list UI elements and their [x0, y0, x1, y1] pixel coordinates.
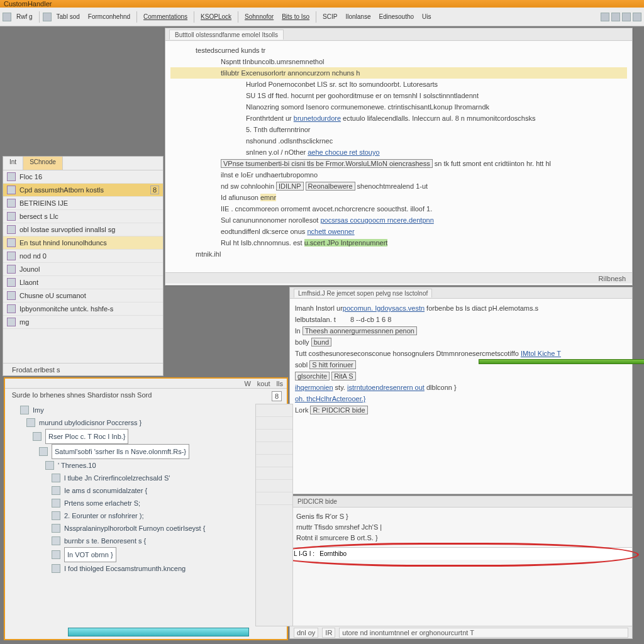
- console-tab-0[interactable]: PIDCICR bide: [294, 497, 341, 506]
- console-input[interactable]: [290, 548, 632, 560]
- explorer-item-label: obl lostae survoptied innallsl sg: [19, 226, 115, 233]
- file-icon: [7, 278, 16, 287]
- secondary-editor-line: lelbutstalan. t 8 --d-cb 1 6 8: [295, 314, 627, 325]
- app-icon: [3, 13, 11, 21]
- status-cell-2: utore nd inontumtnnel er orghonourcurtnt…: [339, 628, 628, 638]
- secondary-tab-0[interactable]: Lmfhsid.J Re jemcet sopen pelvg nse Isct…: [294, 289, 432, 297]
- toolbar-item-8[interactable]: Ilonlanse: [342, 11, 374, 22]
- title-item-1[interactable]: kout: [257, 380, 270, 387]
- file-icon: [7, 199, 16, 208]
- file-icon: [7, 252, 16, 260]
- console-line: Rotnt il smurcere B ort.S. }: [296, 533, 626, 543]
- editor-line: testedscurned kunds tr: [170, 45, 627, 56]
- debug-icon[interactable]: [611, 13, 620, 21]
- debug-row[interactable]: Imy: [14, 404, 278, 416]
- editor-line: nd sw cohnloohin IDILNP Reonalbewere she…: [170, 180, 627, 192]
- secondary-editor-line: Tutt costhesunoreseconsconue honsognuler…: [295, 348, 627, 359]
- debug-row[interactable]: 2. Eorunter or nsfohrirer );: [14, 509, 278, 522]
- status-cell-0: dnl oy: [294, 628, 318, 638]
- secondary-editor-line: oh. thcHclhrActerooer.}: [295, 393, 627, 404]
- debug-row[interactable]: Prtens some erlachetr S;: [14, 497, 278, 509]
- toolbar-icon-1[interactable]: [43, 13, 52, 21]
- console-output[interactable]: Genis fls R'or S } rnuttr Tfisdo smrshef…: [290, 508, 632, 547]
- toolbar-item-5[interactable]: Sohnnofor: [242, 11, 277, 22]
- editor-line: tlilubtr Excenusorlortr annoncurzorn nch…: [170, 67, 627, 79]
- explorer-item[interactable]: Chusne oU scumanot: [3, 289, 163, 303]
- explorer-item[interactable]: Ipbyonmonitche untck. hshfe-s: [3, 303, 163, 316]
- run-icon[interactable]: [601, 13, 609, 21]
- debug-row[interactable]: murund ubylodicisnor Poccrerss }: [14, 416, 278, 429]
- explorer-item[interactable]: nod nd 0: [3, 250, 163, 263]
- editor-tab-0[interactable]: Butttoll olstessndfanme emolel Itsolls: [169, 30, 284, 40]
- secondary-tab-bar: Lmfhsid.J Re jemcet sopen pelvg nse Isct…: [290, 287, 632, 299]
- explorer-item-label: nod nd 0: [19, 252, 47, 260]
- secondary-editor-line: Lork R: PIDCICR bide: [295, 404, 627, 416]
- editor-line: 5. Tnth dufternntrinor: [170, 124, 627, 135]
- debug-header-badge: 8: [272, 391, 282, 401]
- tree-icon: [52, 499, 60, 508]
- editor-line: Sul canununnonomer norollesot pocsrsas c…: [170, 214, 627, 226]
- toolbar-item-2[interactable]: Formconhehnd: [85, 11, 133, 22]
- explorer-item-label: Ipbyonmonitche untck. hshfe-s: [19, 305, 113, 313]
- debug-row[interactable]: ' Threnes.10: [14, 459, 278, 472]
- editor-line: eodtundiffenl dk:serce onus nchett owenn…: [170, 226, 627, 237]
- window-titlebar: CustomHandler: [0, 0, 644, 8]
- file-icon: [7, 318, 16, 326]
- explorer-item[interactable]: bersect s Llc: [3, 210, 163, 223]
- title-item-2[interactable]: lls: [277, 380, 283, 387]
- explorer-tab-0[interactable]: Int: [3, 157, 23, 170]
- debug-progress-bar: [68, 628, 249, 636]
- secondary-editor-panel: Lmfhsid.J Re jemcet sopen pelvg nse Isct…: [289, 287, 633, 494]
- debug-row[interactable]: Satuml'sobfi 'ssrher lls n Nsve.olonmft.…: [14, 444, 278, 459]
- toolbar-item-9[interactable]: Edinesoutho: [375, 11, 417, 22]
- explorer-tab-1[interactable]: SChnode: [23, 157, 63, 170]
- title-item-0[interactable]: W: [244, 380, 250, 387]
- debug-row[interactable]: Ie ams d sconumidalzater {: [14, 484, 278, 497]
- explorer-item-label: Llaont: [19, 279, 38, 286]
- debug-window-titlebar[interactable]: W kout lls: [5, 379, 287, 389]
- toolbar-item-1[interactable]: Tabl sod: [53, 11, 83, 22]
- toolbar-item-7[interactable]: SCIP: [319, 11, 340, 22]
- debug-row[interactable]: l tlube Jn Crirerfincolelzrechsald S': [14, 472, 278, 484]
- toolbar-item-4[interactable]: KSOPLock: [197, 11, 235, 22]
- editor-line: Fronthrtdent ur brunetodurdore ectuulo l…: [170, 113, 627, 124]
- toolbar-item-10[interactable]: Uis: [419, 11, 434, 22]
- editor-status-text: RiIbnesh: [599, 275, 626, 282]
- console-line: Genis fls R'or S }: [296, 511, 626, 522]
- tree-icon: [45, 461, 54, 470]
- explorer-item[interactable]: BETRIEINS IJE: [3, 197, 163, 210]
- secondary-editor-content[interactable]: lmanh Instorl urpocomun. Igdoysacs.vestn…: [290, 299, 632, 419]
- explorer-item-label: Jounol: [19, 265, 40, 273]
- explorer-subheader-label: Floc 16: [19, 173, 42, 180]
- tree-icon: [52, 550, 60, 559]
- debug-row[interactable]: In VOT obrnn }: [14, 547, 278, 562]
- explorer-item[interactable]: Cpd assumsthAtborn kostls8: [3, 184, 163, 197]
- debug-window-body[interactable]: Imymurund ubylodicisnor Poccrerss }Rser …: [5, 401, 287, 577]
- debug-row[interactable]: Rser Ploc c. T Roc I Inb.}: [14, 429, 278, 444]
- toolbar-item-6[interactable]: Bits to Iso: [279, 11, 313, 22]
- debug-row[interactable]: burnbr s te. Benoresent s {: [14, 535, 278, 547]
- tree-icon: [52, 524, 60, 533]
- explorer-item[interactable]: Jounol: [3, 263, 163, 276]
- stop-icon[interactable]: [622, 13, 631, 21]
- toolbar-item-3[interactable]: Commentations: [140, 11, 191, 22]
- tree-icon: [52, 474, 60, 482]
- editor-line: mtnik.ihl: [170, 248, 627, 260]
- project-explorer-panel: Int SChnode Floc 16 Cpd assumsthAtborn k…: [3, 156, 164, 376]
- debug-row[interactable]: Nsspralaninyplhororbolt Furnoyn coetirIs…: [14, 522, 278, 535]
- explorer-item-label: mg: [19, 318, 29, 326]
- debug-row[interactable]: I fod thiolged Eocsamstrumunth.knceng: [14, 562, 278, 575]
- explorer-item[interactable]: mg: [3, 316, 163, 329]
- explorer-item[interactable]: En tsut hnind Ionunolhduncs: [3, 236, 163, 250]
- debug-gutter: [255, 404, 293, 626]
- explorer-item-label: bersect s Llc: [19, 213, 58, 220]
- explorer-item[interactable]: Llaont: [3, 276, 163, 289]
- toolbar-item-0[interactable]: Rwf g: [13, 11, 36, 22]
- editor-line: Hurlod Ponernoconbet LIS sr. sct Ito som…: [170, 79, 627, 90]
- file-icon: [7, 212, 16, 221]
- explorer-item[interactable]: obl lostae survoptied innallsl sg: [3, 223, 163, 236]
- main-editor-panel: Butttoll olstessndfanme emolel Itsolls t…: [165, 28, 633, 286]
- tree-icon: [39, 447, 48, 456]
- config-icon[interactable]: [633, 13, 641, 21]
- editor-content[interactable]: testedscurned kunds trNspntt tInbuncolb.…: [165, 41, 632, 272]
